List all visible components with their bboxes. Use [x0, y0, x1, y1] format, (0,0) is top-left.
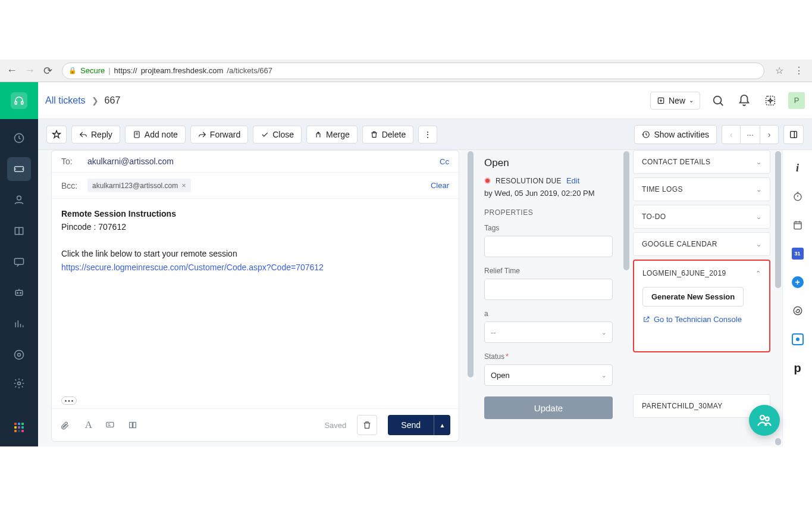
text-format-icon[interactable]: A — [83, 419, 95, 431]
email-thread-toggle[interactable]: ••• — [61, 396, 77, 405]
forward-icon — [198, 130, 206, 139]
edit-due-link[interactable]: Edit — [566, 176, 579, 185]
chrome-menu-icon[interactable]: ⋮ — [794, 65, 804, 76]
status-dot-icon — [484, 177, 491, 184]
svg-point-7 — [17, 292, 18, 293]
panel-logmein: LOGMEIN_6JUNE_2019⌃ Generate New Session… — [633, 260, 770, 352]
freshchat-bubble[interactable] — [749, 405, 780, 436]
clear-link[interactable]: Clear — [431, 181, 449, 190]
send-button[interactable]: Send — [388, 415, 434, 435]
nav-apps-icon[interactable] — [7, 416, 31, 439]
teamviewer-app-icon[interactable] — [791, 332, 805, 346]
a-select[interactable]: --⌄ — [484, 321, 613, 343]
p-app-icon[interactable]: p — [791, 361, 805, 375]
avatar[interactable]: P — [788, 92, 805, 109]
status-select[interactable]: Open⌄ — [484, 364, 613, 386]
pager-more[interactable]: ··· — [741, 125, 760, 144]
email-bcc-row: Bcc: akulkarni123@artissol.com × Clear — [52, 173, 459, 199]
generate-session-button[interactable]: Generate New Session — [642, 287, 744, 307]
timer-app-icon[interactable] — [791, 189, 805, 204]
gcal-app-icon[interactable]: 31 — [791, 246, 805, 261]
close-button[interactable]: Close — [253, 126, 302, 143]
to-value[interactable]: akulkarni@artissol.com — [87, 157, 174, 166]
swirl-app-icon[interactable] — [791, 304, 805, 318]
reply-button[interactable]: Reply — [71, 126, 120, 143]
relief-time-input[interactable] — [484, 279, 613, 300]
relief-time-label: Relief Time — [484, 267, 613, 275]
scrollbar[interactable] — [774, 150, 782, 446]
chevron-down-icon: ⌄ — [756, 158, 761, 166]
bell-icon[interactable] — [736, 92, 753, 109]
chip-remove-icon[interactable]: × — [181, 181, 186, 190]
canned-response-icon[interactable] — [105, 420, 117, 430]
svg-rect-5 — [15, 258, 24, 264]
chevron-down-icon: ⌄ — [601, 372, 606, 379]
nav-tickets-icon[interactable] — [7, 157, 31, 181]
show-activities-button[interactable]: Show activities — [634, 125, 717, 144]
breadcrumb-all-tickets[interactable]: All tickets — [45, 95, 86, 106]
email-body-title: Remote Session Instructions — [61, 207, 449, 220]
a-label: a — [484, 310, 613, 318]
browser-reload-button[interactable]: ⟳ — [40, 64, 55, 78]
url-host: projteam.freshdesk.com — [141, 66, 224, 75]
nav-settings-icon[interactable] — [7, 371, 31, 395]
nav-bot-icon[interactable] — [7, 281, 31, 305]
panel-contact-details[interactable]: CONTACT DETAILS⌄ — [633, 150, 770, 174]
merge-button[interactable]: Merge — [306, 126, 358, 143]
browser-forward-button[interactable]: → — [23, 64, 37, 78]
nav-dashboard-icon[interactable] — [7, 126, 31, 150]
nav-reports-icon[interactable] — [7, 312, 31, 336]
plus-app-icon[interactable]: + — [791, 275, 805, 289]
email-footer: A Saved Send ▲ — [52, 408, 459, 441]
nav-admin-icon[interactable] — [7, 343, 31, 367]
email-column: To: akulkarni@artissol.com Cc Bcc: akulk… — [38, 150, 466, 446]
forward-button[interactable]: Forward — [190, 126, 248, 143]
panel-google-calendar[interactable]: GOOGLE CALENDAR⌄ — [633, 232, 770, 256]
scrollbar[interactable] — [466, 150, 475, 446]
email-body-link[interactable]: https://secure.logmeinrescue.com/Custome… — [61, 263, 324, 272]
scrollbar[interactable] — [622, 150, 631, 446]
email-body[interactable]: Remote Session Instructions Pincode : 70… — [52, 199, 459, 396]
panel-time-logs[interactable]: TIME LOGS⌄ — [633, 177, 770, 201]
pager-next[interactable]: › — [760, 125, 779, 144]
resolution-row: RESOLUTION DUE Edit — [484, 176, 613, 185]
right-apps-column: i 31 + p — [782, 150, 812, 446]
search-icon[interactable] — [710, 92, 726, 109]
bcc-chip[interactable]: akulkarni123@artissol.com × — [87, 179, 191, 192]
svg-point-10 — [18, 354, 21, 357]
more-button[interactable]: ⋮ — [418, 126, 437, 143]
bookmark-star-icon[interactable]: ☆ — [775, 65, 783, 76]
calendar-app-icon[interactable] — [791, 218, 805, 232]
panel-todo[interactable]: TO-DO⌄ — [633, 205, 770, 229]
technician-console-link[interactable]: Go to Technician Console — [634, 315, 769, 324]
sparkle-icon[interactable] — [762, 92, 779, 109]
cc-link[interactable]: Cc — [440, 157, 449, 166]
tags-input[interactable] — [484, 236, 613, 257]
panel-logmein-header[interactable]: LOGMEIN_6JUNE_2019⌃ — [634, 261, 769, 283]
layout-toggle-button[interactable] — [783, 125, 804, 144]
url-protocol: https:// — [114, 66, 137, 75]
nav-chat-icon[interactable] — [7, 250, 31, 274]
nav-solutions-icon[interactable] — [7, 219, 31, 243]
url-bar[interactable]: 🔒 Secure | https://projteam.freshdesk.co… — [62, 63, 764, 79]
topbar: All tickets ❯ 667 New ⌄ P — [38, 82, 812, 119]
app-logo[interactable] — [0, 82, 38, 119]
svg-point-13 — [714, 96, 722, 104]
delete-button[interactable]: Delete — [362, 126, 413, 143]
browser-back-button[interactable]: ← — [5, 64, 19, 78]
new-button[interactable]: New ⌄ — [650, 92, 700, 110]
star-button[interactable] — [46, 126, 67, 143]
update-button[interactable]: Update — [484, 396, 613, 419]
pager-prev[interactable]: ‹ — [722, 125, 741, 144]
svg-rect-16 — [791, 131, 797, 138]
discard-button[interactable] — [357, 415, 377, 435]
send-dropdown[interactable]: ▲ — [434, 415, 450, 435]
check-icon — [261, 130, 269, 139]
attachment-icon[interactable] — [60, 420, 72, 430]
nav-contacts-icon[interactable] — [7, 188, 31, 212]
saved-label: Saved — [324, 421, 346, 430]
info-app-icon[interactable]: i — [791, 161, 805, 175]
people-icon — [756, 412, 773, 429]
book-icon[interactable] — [128, 420, 140, 430]
add-note-button[interactable]: Add note — [125, 126, 186, 143]
